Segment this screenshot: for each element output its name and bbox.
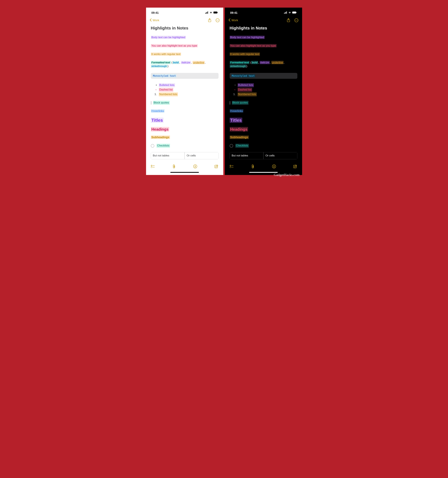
checkbox[interactable] bbox=[151, 144, 154, 148]
status-bar: 09:41 bbox=[146, 8, 223, 16]
svg-rect-17 bbox=[284, 13, 284, 14]
lists: •Bulleted lists –Dashed list 1.Numbered … bbox=[151, 83, 218, 96]
table-cell-right[interactable]: Or cells bbox=[263, 152, 297, 159]
nav-bar: Work bbox=[146, 16, 223, 25]
battery-icon bbox=[213, 11, 218, 14]
mono-block: Monostyled text bbox=[230, 73, 297, 79]
svg-rect-22 bbox=[296, 12, 297, 13]
text-bulleted: Bulleted lists bbox=[159, 83, 175, 87]
number-icon: 1. bbox=[233, 93, 236, 96]
number-icon: 1. bbox=[154, 93, 157, 96]
phone-light-mode: 09:41 Work Highlights in Notes Body bbox=[146, 8, 223, 175]
home-indicator[interactable] bbox=[170, 172, 199, 173]
text-dashed: Dashed list bbox=[159, 88, 173, 92]
table-cell-left[interactable]: But not tables bbox=[151, 152, 185, 159]
compose-button[interactable] bbox=[293, 164, 297, 169]
table-cell-left[interactable]: But not tables bbox=[230, 152, 263, 159]
back-label: Work bbox=[231, 19, 238, 22]
home-indicator[interactable] bbox=[249, 172, 278, 173]
dash-icon: – bbox=[154, 88, 157, 92]
text-formatted-prefix: Formatted text bbox=[230, 61, 250, 64]
svg-rect-5 bbox=[218, 12, 218, 13]
svg-point-13 bbox=[151, 167, 152, 168]
checklist-tool-button[interactable] bbox=[151, 164, 155, 169]
text-formatted-prefix: Formatted text bbox=[151, 61, 171, 64]
svg-rect-19 bbox=[286, 12, 286, 14]
svg-point-10 bbox=[218, 20, 218, 21]
text-numbered: Numbered lists bbox=[159, 92, 178, 96]
attribution-text: GadgetHacks.com bbox=[274, 173, 300, 177]
chevron-left-icon bbox=[228, 18, 230, 22]
bottom-toolbar bbox=[146, 163, 223, 171]
svg-point-25 bbox=[295, 20, 296, 21]
svg-rect-1 bbox=[206, 12, 206, 14]
compose-button[interactable] bbox=[214, 164, 219, 169]
note-title: Highlights in Notes bbox=[151, 25, 218, 31]
more-button[interactable] bbox=[294, 18, 299, 23]
formatted-text-row: Formatted text (bold, italicize, underli… bbox=[230, 61, 297, 68]
checkbox[interactable] bbox=[230, 144, 233, 148]
phone-dark-mode: 09:41 Work Highlights in Notes Body bbox=[225, 8, 302, 175]
text-body-highlight: Body text can be highlighted bbox=[230, 36, 265, 39]
text-headings: Headings bbox=[230, 127, 248, 132]
text-bold: bold bbox=[251, 61, 258, 64]
note-title: Highlights in Notes bbox=[230, 25, 297, 31]
status-time: 09:41 bbox=[151, 11, 159, 15]
svg-rect-3 bbox=[208, 11, 208, 14]
text-hyperlink[interactable]: Hyperlinks bbox=[230, 109, 243, 113]
markup-button[interactable] bbox=[272, 164, 276, 169]
text-type-highlight: You can also highlight text as you type bbox=[151, 44, 198, 47]
text-titles: Titles bbox=[230, 118, 243, 123]
back-button[interactable]: Work bbox=[150, 18, 159, 22]
bottom-toolbar bbox=[225, 163, 302, 171]
text-strike: strikethrough bbox=[151, 64, 168, 68]
table-cell-right[interactable]: Or cells bbox=[185, 152, 218, 159]
blockquote-bar-icon bbox=[151, 101, 151, 105]
share-button[interactable] bbox=[286, 18, 291, 23]
svg-point-9 bbox=[217, 20, 218, 21]
text-mono: Monostyled text bbox=[231, 74, 256, 77]
nav-bar: Work bbox=[225, 16, 302, 25]
svg-rect-18 bbox=[285, 12, 285, 14]
blockquote-row: Block quotes bbox=[151, 101, 218, 105]
blockquote-row: Block quotes bbox=[230, 101, 297, 105]
text-checklists: Checklists bbox=[235, 144, 249, 148]
wifi-icon bbox=[288, 11, 291, 14]
battery-icon bbox=[292, 11, 297, 14]
checklist-tool-button[interactable] bbox=[229, 164, 234, 169]
attachment-button[interactable] bbox=[250, 164, 255, 169]
text-numbered: Numbered lists bbox=[237, 92, 257, 96]
note-content[interactable]: Highlights in Notes Body text can be hig… bbox=[146, 25, 223, 163]
lists: •Bulleted lists –Dashed list 1.Numbered … bbox=[230, 83, 297, 96]
text-dashed: Dashed list bbox=[237, 88, 252, 92]
text-blockquote: Block quotes bbox=[153, 101, 170, 105]
blockquote-bar-icon bbox=[230, 101, 230, 105]
svg-point-26 bbox=[296, 20, 297, 21]
text-subheadings: Subheadings bbox=[230, 136, 249, 139]
text-titles: Titles bbox=[151, 118, 164, 123]
attachment-button[interactable] bbox=[172, 164, 176, 169]
markup-button[interactable] bbox=[193, 164, 198, 169]
status-time: 09:41 bbox=[230, 11, 237, 15]
bullet-icon: • bbox=[233, 83, 236, 87]
dash-icon: – bbox=[233, 88, 236, 92]
svg-point-32 bbox=[272, 165, 276, 168]
cellular-icon bbox=[284, 11, 287, 14]
svg-point-15 bbox=[193, 165, 197, 168]
note-content[interactable]: Highlights in Notes Body text can be hig… bbox=[225, 25, 302, 163]
text-regular: It works with regular text bbox=[230, 52, 260, 56]
svg-rect-2 bbox=[207, 12, 207, 14]
svg-point-27 bbox=[297, 20, 297, 21]
text-hyperlink[interactable]: Hyperlinks bbox=[151, 109, 165, 113]
text-subheadings: Subheadings bbox=[151, 136, 170, 139]
checklist-row: Checklists bbox=[230, 144, 297, 148]
mono-block: Monostyled text bbox=[151, 73, 218, 79]
back-button[interactable]: Work bbox=[228, 18, 238, 22]
share-button[interactable] bbox=[207, 18, 212, 23]
table: But not tables Or cells bbox=[151, 152, 218, 159]
checklist-row: Checklists bbox=[151, 144, 218, 148]
text-underline: underline bbox=[271, 61, 284, 64]
formatted-text-row: Formatted text (bold, italicize, underli… bbox=[151, 61, 218, 68]
more-button[interactable] bbox=[215, 18, 220, 23]
text-mono: Monostyled text bbox=[152, 74, 177, 77]
